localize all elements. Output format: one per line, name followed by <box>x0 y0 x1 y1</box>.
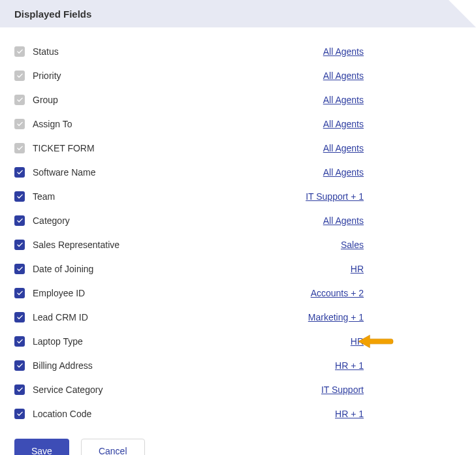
field-scope: IT Support + 1 <box>306 191 462 202</box>
field-label: Assign To <box>33 119 242 129</box>
field-label: TICKET FORM <box>33 143 242 153</box>
field-scope: All Agents <box>323 167 462 178</box>
field-row: Assign ToAll Agents <box>14 112 462 136</box>
field-row: Lead CRM IDMarketing + 1 <box>14 305 462 329</box>
field-checkbox[interactable] <box>14 384 25 395</box>
field-row: PriorityAll Agents <box>14 63 462 87</box>
field-scope: HR <box>351 264 462 274</box>
field-label: Lead CRM ID <box>33 312 242 322</box>
field-checkbox <box>14 95 25 105</box>
field-row: TeamIT Support + 1 <box>14 184 462 208</box>
field-scope: Marketing + 1 <box>308 312 462 322</box>
field-row: Software NameAll Agents <box>14 160 462 184</box>
field-scope: All Agents <box>323 215 462 226</box>
field-checkbox[interactable] <box>14 360 25 371</box>
field-label: Location Code <box>33 409 242 419</box>
action-bar: Save Cancel <box>0 432 476 455</box>
save-button[interactable]: Save <box>14 439 69 455</box>
scope-link[interactable]: IT Support + 1 <box>306 191 364 202</box>
fields-list: StatusAll AgentsPriorityAll AgentsGroupA… <box>0 27 476 432</box>
section-header: Displayed Fields <box>0 0 476 27</box>
field-checkbox <box>14 119 25 129</box>
scope-link[interactable]: Sales <box>341 240 364 250</box>
scope-link[interactable]: HR <box>351 264 364 274</box>
field-scope: HR + 1 <box>335 360 462 371</box>
field-label: Laptop Type <box>33 336 242 347</box>
field-label: Date of Joining <box>33 264 242 274</box>
scope-link[interactable]: IT Support <box>321 384 364 395</box>
field-checkbox[interactable] <box>14 264 25 274</box>
cancel-button[interactable]: Cancel <box>81 439 145 455</box>
scope-link[interactable]: HR + 1 <box>335 409 364 419</box>
field-scope: Accounts + 2 <box>311 288 462 298</box>
scope-link[interactable]: HR + 1 <box>335 360 364 371</box>
field-checkbox[interactable] <box>14 336 25 347</box>
scope-link[interactable]: Accounts + 2 <box>311 288 364 298</box>
field-checkbox[interactable] <box>14 312 25 322</box>
field-scope: HR + 1 <box>335 409 462 419</box>
scope-link[interactable]: All Agents <box>323 71 364 81</box>
field-scope: All Agents <box>323 95 462 105</box>
field-scope: All Agents <box>323 71 462 81</box>
field-checkbox[interactable] <box>14 191 25 202</box>
field-checkbox[interactable] <box>14 288 25 298</box>
field-row: Billing AddressHR + 1 <box>14 353 462 377</box>
scope-link[interactable]: All Agents <box>323 46 364 57</box>
field-scope: Sales <box>341 240 462 250</box>
scope-link[interactable]: All Agents <box>323 119 364 129</box>
field-row: TICKET FORMAll Agents <box>14 136 462 160</box>
field-label: Billing Address <box>33 360 242 371</box>
field-scope: HR <box>351 336 462 347</box>
field-label: Priority <box>33 71 242 81</box>
field-label: Employee ID <box>33 288 242 298</box>
section-title: Displayed Fields <box>14 8 91 20</box>
field-row: CategoryAll Agents <box>14 208 462 232</box>
scope-link[interactable]: All Agents <box>323 95 364 105</box>
field-checkbox <box>14 46 25 57</box>
field-label: Software Name <box>33 167 242 178</box>
field-row: Service CategoryIT Support <box>14 377 462 401</box>
scope-link[interactable]: All Agents <box>323 215 364 226</box>
field-label: Category <box>33 215 242 226</box>
field-row: Date of JoiningHR <box>14 257 462 281</box>
scope-link[interactable]: HR <box>351 336 364 347</box>
field-scope: All Agents <box>323 143 462 153</box>
field-scope: All Agents <box>323 46 462 57</box>
scope-link[interactable]: All Agents <box>323 167 364 178</box>
field-row: GroupAll Agents <box>14 87 462 112</box>
field-row: Laptop TypeHR <box>14 329 462 353</box>
field-scope: IT Support <box>321 384 462 395</box>
field-checkbox[interactable] <box>14 167 25 178</box>
scope-link[interactable]: All Agents <box>323 143 364 153</box>
field-row: StatusAll Agents <box>14 39 462 63</box>
field-checkbox <box>14 143 25 153</box>
field-label: Team <box>33 191 242 202</box>
field-label: Status <box>33 46 242 57</box>
scope-link[interactable]: Marketing + 1 <box>308 312 364 322</box>
field-checkbox <box>14 71 25 81</box>
field-row: Location CodeHR + 1 <box>14 401 462 426</box>
field-label: Group <box>33 95 242 105</box>
field-row: Employee IDAccounts + 2 <box>14 281 462 305</box>
field-label: Sales Representative <box>33 240 242 250</box>
field-scope: All Agents <box>323 119 462 129</box>
field-checkbox[interactable] <box>14 240 25 250</box>
field-label: Service Category <box>33 384 242 395</box>
field-row: Sales RepresentativeSales <box>14 232 462 257</box>
field-checkbox[interactable] <box>14 409 25 419</box>
field-checkbox[interactable] <box>14 215 25 226</box>
